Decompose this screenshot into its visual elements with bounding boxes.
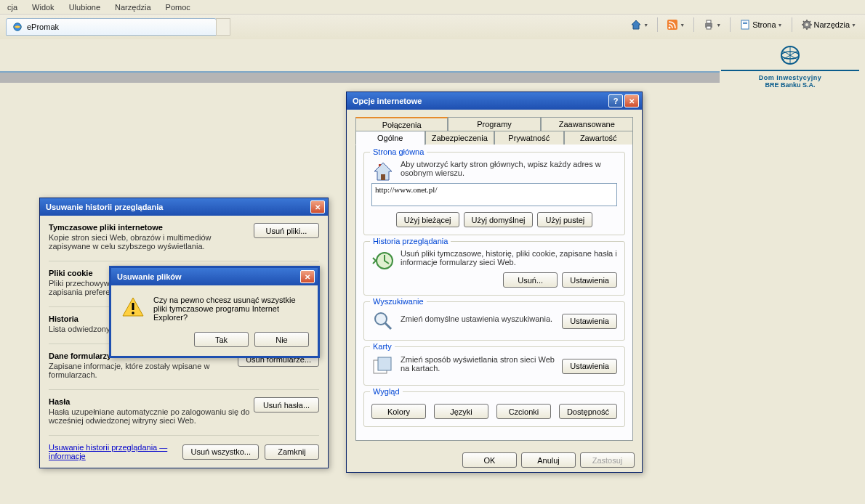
chevron-down-icon: ▼: [851, 23, 856, 28]
tab-connections[interactable]: Połączenia: [355, 117, 448, 131]
delete-passwords-button[interactable]: Usuń hasła...: [254, 397, 319, 412]
titlebar[interactable]: Opcje internetowe ? ✕: [347, 92, 642, 110]
toolbar: ▼ ▼ ▼ Strona ▼ Narzędzia ▼: [627, 17, 859, 32]
fieldset-legend: Wygląd: [370, 387, 403, 396]
delete-button[interactable]: Usuń...: [503, 272, 558, 288]
tab-privacy[interactable]: Prywatność: [494, 131, 564, 145]
ok-button[interactable]: OK: [462, 452, 517, 468]
internet-options-dialog: Opcje internetowe ? ✕ Połączenia Program…: [346, 92, 643, 473]
tab-content[interactable]: Zawartość: [564, 131, 634, 145]
page-menu[interactable]: Strona ▼: [736, 17, 785, 32]
delete-files-button[interactable]: Usuń pliki...: [254, 223, 319, 238]
menu-item[interactable]: Ulubione: [65, 1, 105, 13]
tab-programs[interactable]: Programy: [448, 117, 540, 131]
accessibility-button[interactable]: Dostępność: [559, 404, 617, 419]
tabs-settings-button[interactable]: Ustawienia: [562, 359, 617, 374]
chevron-down-icon: ▼: [643, 23, 648, 28]
svg-rect-13: [132, 303, 134, 310]
menu-item[interactable]: Pomoc: [161, 1, 195, 13]
dialog-title: Usuwanie historii przeglądania: [43, 203, 309, 211]
dialog-title: Opcje internetowe: [350, 97, 607, 105]
confirm-message: Czy na pewno chcesz usunąć wszystkie pli…: [153, 296, 307, 322]
tabs-desc: Zmień sposób wyświetlania stron sieci We…: [401, 355, 562, 373]
fonts-button[interactable]: Czcionki: [496, 404, 551, 419]
close-icon[interactable]: ✕: [624, 94, 639, 107]
svg-rect-4: [707, 20, 711, 23]
chevron-down-icon: ▼: [778, 23, 783, 28]
ie-icon: [12, 22, 23, 32]
content: Dom Inwestycyjny BRE Banku S.A. Usuwanie…: [0, 39, 865, 504]
svg-rect-15: [381, 174, 385, 180]
no-button[interactable]: Nie: [254, 332, 309, 347]
apply-button[interactable]: Zastosuj: [580, 452, 635, 468]
yes-button[interactable]: Tak: [194, 332, 249, 347]
tab-advanced[interactable]: Zaawansowane: [541, 117, 633, 131]
fieldset-legend: Historia przeglądania: [370, 237, 451, 245]
svg-rect-6: [741, 20, 749, 29]
tab-security[interactable]: Zabezpieczenia: [425, 131, 495, 145]
use-default-button[interactable]: Użyj domyślnej: [464, 212, 534, 227]
colors-button[interactable]: Kolory: [371, 404, 426, 419]
help-icon[interactable]: ?: [608, 94, 623, 107]
tools-menu[interactable]: Narzędzia ▼: [798, 17, 859, 32]
svg-point-10: [805, 23, 808, 26]
fieldset-legend: Wyszukiwanie: [370, 297, 427, 306]
homepage-input[interactable]: [371, 183, 617, 206]
menubar: cja Widok Ulubione Narzędzia Pomoc: [0, 0, 865, 15]
svg-point-14: [132, 312, 134, 314]
tab-title: ePromak: [27, 23, 59, 31]
titlebar[interactable]: Usuwanie historii przeglądania ✕: [40, 198, 328, 216]
brand-line1: Dom Inwestycyjny: [721, 74, 859, 81]
svg-rect-7: [743, 22, 747, 23]
svg-point-2: [669, 27, 671, 29]
home-desc: Aby utworzyć karty stron głównych, wpisz…: [401, 160, 617, 177]
section-desc: Kopie stron sieci Web, obrazów i multime…: [49, 233, 254, 251]
tab-bar: ePromak ▼ ▼ ▼ Strona ▼ Narzędzia ▼: [0, 15, 865, 39]
menu-item[interactable]: Narzędzia: [110, 1, 156, 13]
chevron-down-icon: ▼: [680, 23, 685, 28]
settings-button[interactable]: Ustawienia: [562, 272, 617, 288]
brand-line2: BRE Banku S.A.: [721, 81, 859, 89]
svg-rect-5: [707, 26, 711, 29]
menu-item[interactable]: cja: [3, 1, 22, 13]
menu-item[interactable]: Widok: [28, 1, 59, 13]
new-tab-button[interactable]: [216, 18, 230, 36]
search-settings-button[interactable]: Ustawienia: [562, 314, 617, 329]
tabs-icon: [371, 354, 395, 378]
fieldset-legend: Strona główna: [370, 147, 427, 156]
tab-general[interactable]: Ogólne: [355, 131, 425, 145]
close-icon[interactable]: ✕: [300, 270, 315, 283]
history-icon: [371, 249, 395, 272]
confirm-delete-dialog: Usuwanie plików ✕ Czy na pewno chcesz us…: [109, 266, 320, 358]
delete-all-button[interactable]: Usuń wszystko...: [182, 444, 259, 460]
section-desc: Hasła uzupełniane automatycznie po zalog…: [49, 407, 254, 425]
search-icon: [371, 309, 395, 333]
dialog-title: Usuwanie plików: [114, 272, 299, 281]
warning-icon: [121, 296, 145, 319]
print-button[interactable]: ▼: [700, 17, 724, 32]
tools-label: Narzędzia: [814, 20, 850, 29]
browser-tab[interactable]: ePromak: [6, 18, 217, 36]
brand-box: Dom Inwestycyjny BRE Banku S.A.: [721, 44, 859, 89]
cancel-button[interactable]: Anuluj: [521, 452, 576, 468]
home-icon: [371, 160, 395, 183]
svg-rect-19: [378, 357, 391, 370]
languages-button[interactable]: Języki: [434, 404, 488, 419]
use-current-button[interactable]: Użyj bieżącej: [396, 212, 459, 227]
titlebar[interactable]: Usuwanie plików ✕: [111, 268, 318, 285]
search-desc: Zmień domyślne ustawienia wyszukiwania.: [401, 314, 562, 323]
about-link[interactable]: Usuwanie historii przeglądania — informa…: [49, 443, 177, 460]
use-blank-button[interactable]: Użyj pustej: [537, 212, 592, 227]
fieldset-legend: Karty: [370, 342, 395, 351]
close-icon[interactable]: ✕: [310, 200, 325, 214]
section-title: Hasła: [49, 397, 254, 406]
section-title: Tymczasowe pliki internetowe: [49, 223, 254, 232]
browsing-desc: Usuń pliki tymczasowe, historię, pliki c…: [401, 249, 617, 267]
home-button[interactable]: ▼: [627, 17, 651, 32]
close-button[interactable]: Zamknij: [265, 444, 319, 460]
feeds-button[interactable]: ▼: [664, 17, 688, 32]
svg-rect-8: [743, 23, 747, 24]
chevron-down-icon: ▼: [716, 23, 721, 28]
page-label: Strona: [752, 20, 776, 29]
svg-point-17: [375, 313, 387, 325]
